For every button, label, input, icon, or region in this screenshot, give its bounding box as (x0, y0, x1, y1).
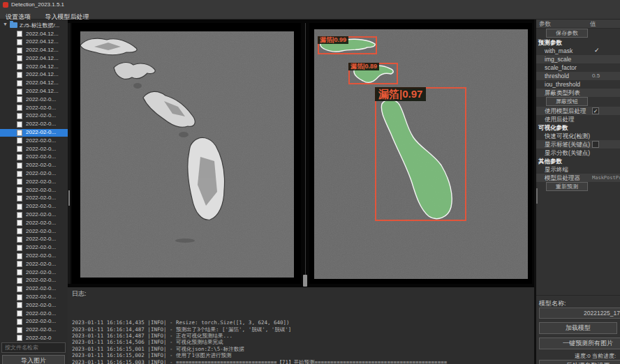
tree-item[interactable]: 2022-02-0... (0, 96, 68, 104)
param-row-with-mask[interactable]: with_mask ✓ (536, 47, 620, 55)
tree-item[interactable]: 2022-02-0... (0, 310, 68, 318)
tree-item[interactable]: 2022-02-0... (0, 236, 68, 244)
import-images-button[interactable]: 导入图片 (2, 355, 65, 364)
param-row-show-label[interactable]: 显示标签(关键点) (536, 140, 620, 149)
predict-all-button[interactable]: 一键预测所有图片 (539, 338, 620, 349)
tree-item[interactable]: 2022-02-0... (0, 104, 68, 112)
param-row-quick-vis[interactable]: 快速可视化(检测) (536, 132, 620, 140)
file-icon (17, 80, 22, 86)
file-icon (17, 302, 22, 308)
tree-item[interactable]: 2022-02-0... (0, 252, 68, 261)
tree-item-label: 2022-02-0... (26, 269, 56, 275)
tree-item[interactable]: 2022-02-0... (0, 121, 68, 129)
param-row-threshold[interactable]: threshold 0.5 (536, 72, 620, 80)
model-post-processor-value[interactable]: MaskPostPro (592, 175, 620, 181)
tree-item[interactable]: 2022-02-0... (0, 153, 68, 162)
prediction-image[interactable]: 漏箔|0.99 漏箔|0.89 漏箔|0.97 (314, 29, 528, 279)
mask-button[interactable]: 屏蔽按钮 (546, 97, 588, 106)
search-input[interactable] (1, 342, 66, 353)
tree-item[interactable]: 2022-02-0... (0, 301, 68, 310)
tree-item[interactable]: 2022-02-0... (0, 112, 68, 121)
tree-item[interactable]: 2022-02-0... (0, 178, 68, 186)
param-row-show-score[interactable]: 显示分数(关键点) (536, 149, 620, 157)
chevron-down-icon[interactable]: ▼ (3, 22, 8, 26)
divider (536, 295, 620, 296)
predict-params-section: 预测参数 (536, 38, 620, 47)
window-title: Detection_2023.1.5.1 (11, 1, 64, 8)
checkbox-empty-icon[interactable] (592, 141, 599, 148)
tree-item[interactable]: 2022-02-0... (0, 260, 68, 268)
checkbox-checked-icon[interactable]: ✓ (592, 107, 599, 114)
tree-item[interactable]: 2022-02-0... (0, 195, 68, 203)
splitter-handle[interactable] (303, 275, 307, 287)
tree-item[interactable]: 2022-02-0... (0, 294, 68, 302)
log-panel: 日志: 2023-01-11 16:16:14,435 |INFO| - Res… (68, 287, 534, 364)
file-icon (17, 89, 22, 95)
folder-icon (10, 22, 17, 28)
log-line: 2023-01-11 16:16:15,003 |INFO| - =======… (72, 359, 534, 364)
tree-item[interactable]: 2022.04.12... (0, 63, 68, 71)
tree-item-label: 2022-02-0... (26, 310, 56, 317)
param-row-model-post-processor[interactable]: 模型后处理器 MaskPostPro (536, 174, 620, 182)
tree-item-label: 2022-02-0... (26, 261, 56, 267)
tree-item[interactable]: 2022.04.12... (0, 30, 68, 38)
param-row-iou-threshold[interactable]: iou_threshold (536, 80, 620, 89)
tree-item[interactable]: 2022-02-0... (0, 318, 68, 326)
tree-item[interactable]: 2022-02-0... (0, 203, 68, 211)
tree-item[interactable]: 2022-02-0... (0, 219, 68, 227)
tree-item[interactable]: 2022.04.12... (0, 88, 68, 96)
panel-divider (305, 23, 306, 284)
param-row-scale-factor[interactable]: scale_factor (536, 63, 620, 72)
param-row-img-scale[interactable]: img_scale (536, 55, 620, 63)
param-row-mask-type-list[interactable]: 屏蔽类型列表 (536, 89, 620, 97)
file-icon (17, 47, 22, 54)
menu-bar: 设置选项 导入模型后处理 (0, 9, 620, 20)
tree-item[interactable]: 2022.04.12... (0, 54, 68, 63)
file-icon (17, 195, 22, 202)
value-column-header: 值 (590, 20, 596, 29)
tree-item[interactable]: 2022-02-0... (0, 227, 68, 236)
tree-item[interactable]: 2022-02-0... (0, 162, 68, 170)
load-model-button[interactable]: 加载模型 (539, 322, 617, 334)
original-defect-image[interactable] (80, 31, 294, 278)
log-lines[interactable]: 2023-01-11 16:16:14,435 |INFO| - Resize:… (68, 300, 534, 364)
panel-scroll-nub[interactable] (536, 188, 538, 204)
tree-item-label: 2022-02-0... (26, 318, 56, 324)
param-row-show-terminal[interactable]: 显示终端 (536, 165, 620, 174)
param-row-use-model-post[interactable]: 使用模型后处理 ✓ (536, 107, 620, 115)
postprocess-settings-button[interactable]: 后处理参数设置 (539, 360, 620, 364)
tree-item-label: 2022-02-0... (26, 195, 56, 201)
tree-item[interactable]: 2022-02-0... (0, 170, 68, 179)
scrollbar-handle[interactable] (68, 190, 70, 206)
tree-item[interactable]: 2022-02-0... (0, 285, 68, 294)
threshold-value[interactable]: 0.5 (592, 73, 600, 79)
re-predict-button[interactable]: 重新预测 (546, 182, 588, 191)
tree-item[interactable]: 2022-02-0... (0, 211, 68, 220)
tree-item[interactable]: 2022.04.12... (0, 38, 68, 47)
vertical-scrollbar[interactable] (68, 23, 71, 284)
tree-item[interactable]: 2022-02-0... (0, 129, 68, 137)
param-row-use-post[interactable]: 使用后处理 (536, 115, 620, 123)
tree-item[interactable]: 2022-02-0 (0, 334, 68, 342)
save-params-button[interactable]: 保存参数 (546, 29, 588, 38)
tree-item-label: 2022-02-0... (26, 187, 56, 193)
tree-item[interactable]: 2022-02-0... (0, 244, 68, 252)
model-name-value[interactable]: 20221225_174813 (539, 308, 620, 319)
tree-item[interactable]: 2022-02-0... (0, 268, 68, 277)
tree-item-label: 2022-02-0... (26, 236, 56, 242)
tree-item[interactable]: 2022-02-0... (0, 277, 68, 285)
check-icon[interactable]: ✓ (594, 47, 600, 54)
tree-item[interactable]: 2022.04.12... (0, 79, 68, 88)
tree-item[interactable]: 2022-02-0... (0, 137, 68, 145)
tree-item[interactable]: 2022-02-0... (0, 186, 68, 195)
tree-item[interactable]: 2022-02-0... (0, 145, 68, 153)
mask-button-row: 屏蔽按钮 (536, 97, 620, 107)
tree-item[interactable]: 2022.04.12... (0, 71, 68, 79)
tree-root-folder[interactable]: ▼ Z:/5-标注数据/... (0, 21, 68, 29)
tree-item-label: 2022-02-0... (26, 285, 56, 291)
detection-box: 漏箔|0.97 (375, 87, 466, 221)
log-line: 2023-01-11 16:16:15,001 |INFO| - 可视化json… (72, 346, 534, 352)
tree-item[interactable]: 2022.04.12... (0, 47, 68, 55)
tree-item-label: 2022.04.12... (26, 88, 59, 94)
tree-item[interactable]: 2022-02-0... (0, 326, 68, 335)
